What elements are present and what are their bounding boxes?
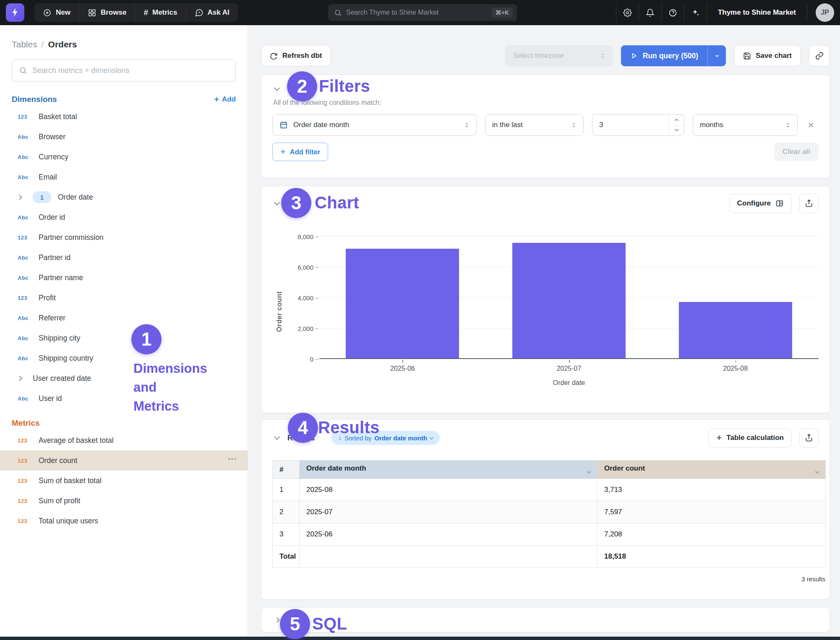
sidebar-item-order-id[interactable]: AbcOrder id [0, 207, 248, 227]
lightning-bolt-icon [10, 7, 21, 18]
table-cell: 7,208 [597, 523, 826, 546]
refresh-dbt-button[interactable]: Refresh dbt [261, 45, 331, 66]
sidebar-item-order-date[interactable]: 1Order date [0, 187, 248, 207]
fields-search-input[interactable]: Search metrics + dimensions [12, 60, 236, 81]
sidebar-item-shipping-country[interactable]: AbcShipping country [0, 348, 248, 368]
sidebar-item-user-id[interactable]: AbcUser id [0, 388, 248, 408]
table-row: 12025-083,713 [273, 479, 826, 501]
sidebar-item-partner-id[interactable]: AbcPartner id [0, 247, 248, 268]
add-dimension-button[interactable]: +Add [214, 95, 236, 104]
chevron-right-icon [18, 195, 26, 199]
filters-section: Filters All of the following conditions … [261, 75, 830, 178]
results-collapse-button[interactable] [272, 437, 282, 439]
breadcrumb: Tables/Orders [0, 25, 248, 49]
select-updown-icon [463, 122, 470, 129]
link-icon [815, 52, 824, 60]
breadcrumb-tables-link[interactable]: Tables [12, 39, 37, 49]
bar-2025-06[interactable] [346, 249, 459, 359]
sidebar-item-sum-of-profit[interactable]: 123Sum of profit [0, 491, 248, 511]
help-button[interactable] [661, 3, 684, 22]
sidebar-item-referrer[interactable]: AbcReferrer [0, 308, 248, 328]
sidebar-item-partner-commission[interactable]: 123Partner commission [0, 227, 248, 247]
table-row: 22025-077,597 [273, 501, 826, 523]
x-tick-label: 2025-06 [319, 365, 486, 372]
filter-rule-row: Order date month in the last 3 months × [272, 114, 819, 136]
more-options-icon[interactable]: ⋯ [227, 457, 237, 464]
sidebar-item-total-unique-users[interactable]: 123Total unique users [0, 511, 248, 531]
gear-icon [623, 8, 632, 17]
org-switcher[interactable]: Thyme to Shine Market [707, 3, 807, 22]
column-header-order-count[interactable]: Order count [597, 460, 826, 479]
export-results-button[interactable] [799, 428, 819, 447]
chevron-down-icon [816, 467, 819, 475]
nav-browse-button[interactable]: Browse [79, 3, 135, 22]
chart-collapse-button[interactable] [272, 202, 282, 205]
remove-filter-button[interactable]: × [806, 120, 816, 130]
chevron-down-icon [274, 200, 280, 206]
nav-ask-ai-button[interactable]: Ask AI [186, 3, 238, 22]
plus-icon: + [214, 95, 219, 104]
stepper-up-button[interactable] [669, 114, 684, 125]
ai-sparkles-button[interactable] [684, 3, 707, 22]
column-header-order-date-month[interactable]: Order date month [300, 460, 597, 479]
bar-2025-08[interactable] [679, 302, 792, 359]
global-search-input[interactable]: Search Thyme to Shine Market ⌘+K [328, 4, 517, 21]
sidebar-item-profit[interactable]: 123Profit [0, 288, 248, 308]
configure-chart-button[interactable]: Configure [729, 194, 792, 213]
filters-collapse-button[interactable] [272, 88, 282, 90]
plus-circle-icon [43, 8, 52, 17]
save-icon [743, 52, 751, 60]
clear-all-filters-button[interactable]: Clear all [774, 143, 819, 161]
table-row: 32025-067,208 [273, 523, 826, 546]
chevron-down-icon [274, 434, 280, 440]
filter-operator-select[interactable]: in the last [485, 114, 584, 136]
bar-2025-07[interactable] [512, 243, 626, 359]
total-value: 18,518 [597, 546, 826, 568]
filter-unit-select[interactable]: months [693, 114, 798, 136]
save-chart-button[interactable]: Save chart [734, 45, 801, 66]
timezone-select[interactable]: Select timezone [505, 45, 613, 66]
user-avatar[interactable]: JP [816, 3, 834, 22]
sidebar-item-browser[interactable]: AbcBrowser [0, 127, 248, 147]
search-icon [334, 9, 342, 17]
sidebar-item-user-created-date[interactable]: User created date [0, 368, 248, 388]
nav-metrics-button[interactable]: #Metrics [135, 3, 186, 22]
numeric-type-icon: 123 [18, 295, 32, 301]
sidebar-item-order-count[interactable]: 123Order count⋯ [0, 450, 248, 471]
chevron-down-icon [430, 435, 434, 440]
run-query-options-button[interactable] [707, 45, 726, 66]
sidebar-item-average-of-basket-total[interactable]: 123Average of basket total [0, 430, 248, 450]
sidebar-item-partner-name[interactable]: AbcPartner name [0, 268, 248, 288]
chevron-right-icon [274, 617, 280, 623]
string-type-icon: Abc [18, 335, 32, 341]
explore-sidebar: Tables/Orders Search metrics + dimension… [0, 25, 248, 637]
sidebar-item-email[interactable]: AbcEmail [0, 167, 248, 187]
sql-expand-button[interactable] [272, 618, 282, 622]
nav-new-button[interactable]: New [34, 3, 79, 22]
sidebar-item-currency[interactable]: AbcCurrency [0, 147, 248, 167]
run-query-button[interactable]: Run query (500) [621, 45, 726, 66]
sidebar-item-sum-of-basket-total[interactable]: 123Sum of basket total [0, 471, 248, 491]
string-type-icon: Abc [18, 275, 32, 281]
toolbar: Refresh dbt Select timezone Run query (5… [261, 45, 830, 66]
dimensions-header: Dimensions +Add [12, 95, 236, 104]
sorted-by-chip[interactable]: ↓ Sorted by Order date month [331, 431, 440, 445]
filter-field-select[interactable]: Order date month [272, 114, 477, 136]
add-filter-button[interactable]: +Add filter [272, 143, 328, 161]
app-logo[interactable] [6, 3, 24, 22]
sidebar-item-shipping-city[interactable]: AbcShipping city [0, 328, 248, 348]
stepper-down-button[interactable] [669, 125, 684, 136]
chevron-down-icon [675, 127, 679, 132]
chat-star-icon [195, 8, 203, 17]
notifications-button[interactable] [639, 3, 661, 22]
chevron-right-icon [18, 377, 26, 380]
string-type-icon: Abc [18, 395, 32, 402]
table-calculation-button[interactable]: +Table calculation [708, 428, 792, 447]
filter-value-input[interactable]: 3 [592, 114, 684, 136]
export-chart-button[interactable] [799, 194, 819, 213]
sidebar-item-basket-total[interactable]: 123Basket total [0, 107, 248, 127]
table-cell: 7,597 [597, 501, 826, 523]
share-link-button[interactable] [809, 45, 830, 66]
settings-button[interactable] [616, 3, 639, 22]
results-table: #Order date monthOrder count 12025-083,7… [272, 460, 826, 568]
